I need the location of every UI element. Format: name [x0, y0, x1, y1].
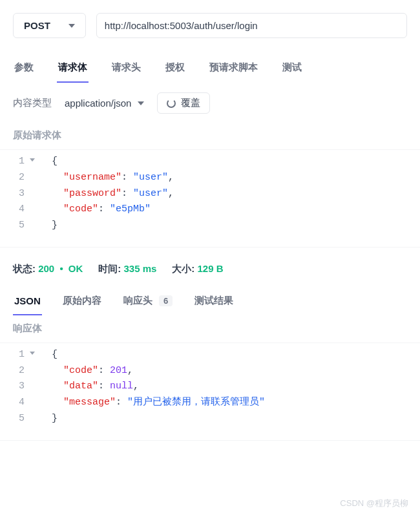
refresh-icon: [167, 99, 176, 108]
status-dot: •: [59, 263, 65, 274]
time-label: 时间:: [98, 263, 121, 274]
size-value: 129 B: [198, 263, 224, 274]
url-input[interactable]: [96, 13, 407, 38]
content-type-row: 内容类型 application/json 覆盖: [0, 83, 420, 123]
fold-icon[interactable]: [30, 352, 35, 355]
size-label: 大小:: [172, 263, 194, 274]
resp-tab-json[interactable]: JSON: [13, 291, 42, 315]
resp-tab-tests[interactable]: 测试结果: [193, 291, 235, 316]
tab-tests[interactable]: 测试: [281, 58, 303, 83]
chevron-down-icon: [138, 101, 144, 105]
status-label: 状态:: [13, 263, 36, 274]
override-label: 覆盖: [181, 97, 200, 109]
tab-headers[interactable]: 请求头: [110, 58, 142, 83]
tab-params[interactable]: 参数: [13, 58, 35, 83]
http-method-value: POST: [24, 20, 50, 31]
override-button[interactable]: 覆盖: [157, 92, 210, 114]
time-value: 335 ms: [123, 263, 156, 274]
headers-count-badge: 6: [159, 295, 173, 306]
chevron-down-icon: [68, 24, 75, 28]
tab-auth[interactable]: 授权: [164, 58, 186, 83]
status-code: 200: [38, 263, 54, 274]
request-bar: POST: [0, 0, 420, 46]
fold-icon[interactable]: [30, 158, 35, 162]
response-body-editor[interactable]: 1 { 2 "code": 201, 3 "data": null, 4 "me…: [0, 343, 420, 441]
request-tabs: 参数 请求体 请求头 授权 预请求脚本 测试: [0, 46, 420, 83]
response-body-label: 响应体: [0, 316, 420, 343]
watermark: CSDN @程序员柳: [340, 498, 408, 509]
http-method-select[interactable]: POST: [13, 13, 86, 38]
tab-body[interactable]: 请求体: [57, 58, 89, 83]
raw-body-label: 原始请求体: [0, 123, 420, 149]
content-type-label: 内容类型: [13, 97, 52, 109]
resp-tab-headers[interactable]: 响应头 6: [122, 291, 174, 316]
status-text: OK: [68, 263, 83, 274]
tab-prerequest[interactable]: 预请求脚本: [208, 58, 259, 83]
response-tabs: JSON 原始内容 响应头 6 测试结果: [0, 287, 420, 316]
content-type-value: application/json: [65, 98, 131, 109]
response-status-row: 状态: 200 • OK 时间: 335 ms 大小: 129 B: [0, 248, 420, 287]
content-type-select[interactable]: application/json: [65, 98, 144, 109]
request-body-editor[interactable]: 1 { 2 "username": "user", 3 "password": …: [0, 149, 420, 248]
resp-tab-raw[interactable]: 原始内容: [61, 291, 103, 316]
